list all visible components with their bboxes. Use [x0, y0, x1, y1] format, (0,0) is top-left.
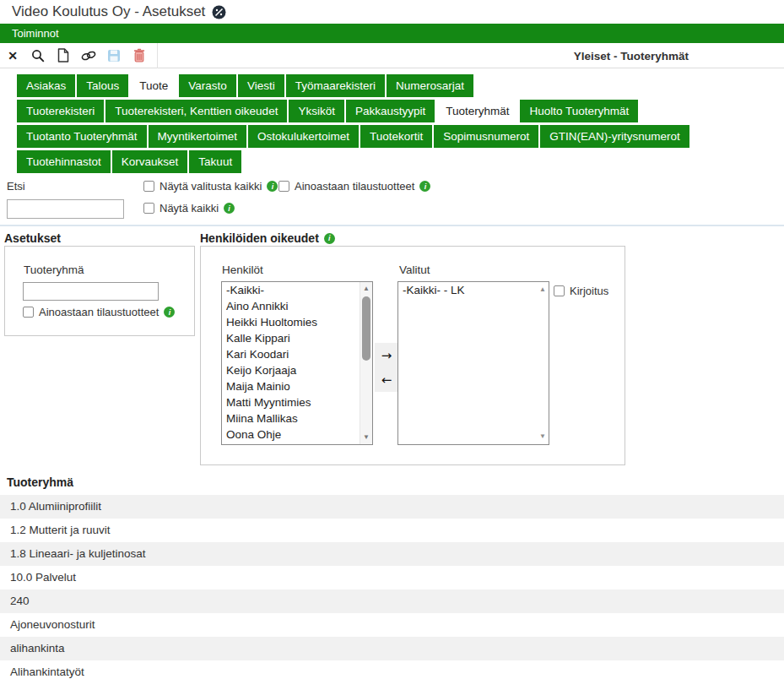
- settings-order-products-option: Ainoastaan tilaustuotteet i: [23, 306, 175, 318]
- tab-row-3: Tuotanto Tuoteryhmät Myyntikertoimet Ost…: [17, 125, 784, 148]
- list-item[interactable]: Aino Annikki: [222, 298, 359, 314]
- scrollbar-thumb[interactable]: [362, 296, 370, 361]
- list-item[interactable]: Kalle Kippari: [222, 330, 359, 346]
- tab-tyomaarekisteri[interactable]: Työmaarekisteri: [286, 74, 385, 97]
- move-right-button[interactable]: →: [375, 343, 398, 367]
- menu-bar: Toiminnot: [0, 24, 784, 43]
- settings-heading: Asetukset: [4, 231, 61, 245]
- tab-tuotanto-tuoteryhmat[interactable]: Tuotanto Tuoteryhmät: [17, 125, 147, 148]
- list-item[interactable]: Oona Ohje: [222, 426, 359, 443]
- tab-tuoterekisteri[interactable]: Tuoterekisteri: [17, 100, 104, 122]
- toolbar-separator: [157, 43, 158, 68]
- list-item[interactable]: Miina Mallikas: [222, 410, 359, 426]
- scroll-up-icon[interactable]: ▲: [360, 285, 372, 293]
- show-all-checkbox[interactable]: [143, 203, 154, 214]
- product-group-field-label: Tuoteryhmä: [24, 263, 84, 276]
- list-item[interactable]: Matti Myyntimies: [222, 394, 359, 410]
- show-all-option: Näytä kaikki i: [143, 202, 235, 215]
- tab-talous[interactable]: Talous: [77, 74, 128, 97]
- show-selected-all-label: Näytä valitusta kaikki: [160, 180, 262, 193]
- tab-huolto-tuoteryhmat[interactable]: Huolto Tuoteryhmät: [520, 100, 638, 122]
- selected-list-label: Valitut: [399, 263, 430, 276]
- help-icon[interactable]: [212, 5, 226, 19]
- settings-order-products-checkbox[interactable]: [23, 307, 34, 318]
- tab-pakkaustyypit[interactable]: Pakkaustyypit: [346, 100, 435, 122]
- tab-sopimusnumerot[interactable]: Sopimusnumerot: [434, 125, 538, 148]
- tab-tuotekortit[interactable]: Tuotekortit: [360, 125, 432, 148]
- tab-myyntikertoimet[interactable]: Myyntikertoimet: [149, 125, 247, 148]
- delete-button[interactable]: [127, 43, 152, 68]
- tab-tuotehinnastot[interactable]: Tuotehinnastot: [17, 150, 111, 173]
- scroll-up-icon[interactable]: ▲: [539, 285, 546, 294]
- scroll-down-icon[interactable]: ▼: [539, 432, 546, 441]
- permissions-panel: Henkilöt -Kaikki- Aino Annikki Heikki Hu…: [200, 246, 625, 465]
- people-listbox[interactable]: -Kaikki- Aino Annikki Heikki Huoltomies …: [221, 281, 373, 445]
- arrow-right-icon: →: [381, 348, 392, 363]
- show-selected-all-checkbox[interactable]: [143, 181, 154, 192]
- trash-icon: [133, 48, 145, 62]
- order-products-only-label: Ainoastaan tilaustuotteet: [295, 180, 414, 193]
- tab-gtin-ean-yritysnumerot[interactable]: GTIN(EAN)-yritysnumerot: [540, 125, 689, 148]
- link-icon: [80, 50, 97, 62]
- write-permission-label: Kirjoitus: [570, 285, 608, 297]
- settings-order-products-label: Ainoastaan tilaustuotteet: [39, 306, 159, 318]
- table-row[interactable]: Alihankintatyöt: [0, 660, 784, 679]
- info-icon[interactable]: i: [419, 181, 430, 192]
- new-document-button[interactable]: [51, 43, 76, 68]
- search-input[interactable]: [7, 199, 124, 219]
- people-scrollbar[interactable]: ▲ ▼: [360, 282, 372, 444]
- show-selected-all-option: Näytä valitusta kaikki i: [143, 180, 278, 193]
- list-item[interactable]: Heikki Huoltomies: [222, 314, 359, 330]
- move-left-button[interactable]: ←: [375, 367, 398, 392]
- menu-toiminnot[interactable]: Toiminnot: [12, 27, 59, 40]
- order-products-only-checkbox[interactable]: [278, 181, 289, 192]
- info-icon[interactable]: i: [324, 233, 335, 244]
- tab-asiakas[interactable]: Asiakas: [17, 74, 75, 97]
- tab-yksikot[interactable]: Yksiköt: [289, 100, 344, 122]
- save-button[interactable]: [101, 43, 127, 68]
- tab-takuut[interactable]: Takuut: [189, 150, 241, 173]
- product-groups-table: 1.0 Alumiiniprofiilit 1.2 Mutterit ja ru…: [0, 495, 784, 679]
- list-item[interactable]: Kari Koodari: [222, 346, 359, 362]
- product-group-input[interactable]: [23, 282, 159, 301]
- search-button[interactable]: [25, 43, 51, 68]
- tab-varasto[interactable]: Varasto: [179, 74, 236, 97]
- search-label: Etsi: [7, 180, 25, 193]
- new-document-icon: [57, 48, 69, 62]
- settings-window: Video Koulutus Oy - Asetukset Toiminnot …: [0, 0, 784, 679]
- table-row[interactable]: 1.0 Alumiiniprofiilit: [0, 495, 784, 519]
- settings-tabs: Asiakas Talous Tuote Varasto Viesti Työm…: [17, 74, 784, 176]
- tab-row-2: Tuoterekisteri Tuoterekisteri, Kenttien …: [17, 100, 784, 122]
- tab-tuoteryhmat[interactable]: Tuoteryhmät: [436, 100, 518, 122]
- list-item[interactable]: -Kaikki-: [222, 282, 359, 298]
- info-icon[interactable]: i: [164, 307, 175, 318]
- scroll-down-icon[interactable]: ▼: [360, 433, 372, 442]
- table-row[interactable]: 1.8 Lineaari- ja kuljetinosat: [0, 542, 784, 566]
- tab-korvaukset[interactable]: Korvaukset: [112, 150, 188, 173]
- table-row[interactable]: Ajoneuvonosturit: [0, 613, 784, 637]
- permissions-heading: Henkilöiden oikeudet i: [200, 231, 335, 245]
- info-icon[interactable]: i: [267, 181, 278, 192]
- tab-tuoterekisteri-kenttien-oikeudet[interactable]: Tuoterekisteri, Kenttien oikeudet: [105, 100, 287, 122]
- table-row[interactable]: 1.2 Mutterit ja ruuvit: [0, 519, 784, 542]
- list-item[interactable]: Keijo Korjaaja: [222, 362, 359, 378]
- close-button[interactable]: ✕: [0, 43, 25, 68]
- filter-section: Etsi Näytä valitusta kaikki i Ainoastaan…: [0, 177, 784, 225]
- tab-ostokulukertoimet[interactable]: Ostokulukertoimet: [248, 125, 359, 148]
- list-item[interactable]: -Kaikki- - LK: [398, 282, 549, 298]
- close-icon: ✕: [8, 50, 18, 62]
- selected-listbox[interactable]: -Kaikki- - LK ▲ ▼: [397, 281, 549, 445]
- list-item[interactable]: Maija Mainio: [222, 378, 359, 394]
- table-row[interactable]: 10.0 Palvelut: [0, 566, 784, 589]
- info-icon[interactable]: i: [224, 203, 235, 214]
- tab-viesti[interactable]: Viesti: [238, 74, 284, 97]
- table-row[interactable]: alihankinta: [0, 637, 784, 660]
- write-permission-checkbox[interactable]: [554, 285, 565, 296]
- link-button[interactable]: [76, 43, 101, 68]
- tab-numerosarjat[interactable]: Numerosarjat: [387, 74, 473, 97]
- search-icon: [31, 49, 45, 62]
- table-row[interactable]: 240: [0, 589, 784, 613]
- section-divider: [0, 225, 784, 226]
- order-products-only-option: Ainoastaan tilaustuotteet i: [278, 180, 430, 193]
- tab-tuote[interactable]: Tuote: [130, 74, 177, 97]
